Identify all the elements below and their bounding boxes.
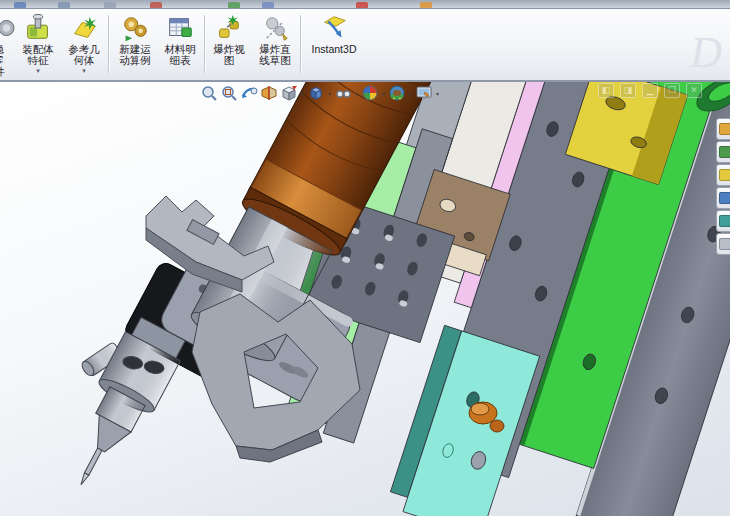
button-label: 爆炸直 线草图 xyxy=(259,44,291,66)
search-tab[interactable] xyxy=(716,187,730,209)
dropdown-arrow-icon[interactable]: ▾ xyxy=(382,90,385,97)
hide-show-items-icon[interactable] xyxy=(334,84,352,102)
view-orientation-icon[interactable] xyxy=(280,84,298,102)
clipped-main-toolbar xyxy=(0,0,730,9)
ribbon-divider xyxy=(300,15,302,73)
exploded-view-icon xyxy=(213,13,245,43)
model-dispenser-barrel[interactable] xyxy=(52,314,189,499)
minimize-button[interactable]: ▁ xyxy=(642,83,658,98)
folder-icon xyxy=(719,169,730,181)
books-icon xyxy=(719,146,730,158)
reference-geometry-button[interactable]: 参考几 何体 ▾ xyxy=(62,11,106,77)
clipped-toolbar-icon xyxy=(356,2,368,9)
bill-of-materials-icon xyxy=(164,13,196,43)
clipped-toolbar-icon xyxy=(104,2,116,9)
brand-watermark: D xyxy=(690,27,722,78)
dropdown-arrow-icon[interactable]: ▾ xyxy=(355,90,358,97)
globe-icon xyxy=(719,215,730,227)
clipped-toolbar-icon xyxy=(420,2,432,9)
dropdown-arrow-icon[interactable]: ▾ xyxy=(82,67,86,74)
heads-up-view-toolbar: ▾ ▾ ▾ ▾ xyxy=(200,84,440,102)
view-settings-icon[interactable] xyxy=(415,84,433,102)
ribbon-divider xyxy=(108,15,110,73)
previous-view-icon[interactable] xyxy=(240,84,258,102)
button-label: 材料明 细表 xyxy=(164,44,196,66)
document-icon xyxy=(719,238,730,250)
view-palette-tab[interactable] xyxy=(716,210,730,232)
solidworks-window: 隐 零 件 装配体 特征 ▾ 参考几 何体 ▾ xyxy=(0,0,730,516)
assembly-model[interactable] xyxy=(0,82,730,516)
instant3d-button[interactable]: Instant3D xyxy=(304,11,364,77)
new-motion-study-button[interactable]: 新建运 动算例 xyxy=(112,11,158,77)
edit-appearance-icon[interactable] xyxy=(361,84,379,102)
bill-of-materials-button[interactable]: 材料明 细表 xyxy=(158,11,202,77)
solidworks-resources-tab[interactable] xyxy=(716,118,730,140)
exploded-view-button[interactable]: 爆炸视 图 xyxy=(208,11,250,77)
clipped-toolbar-icon xyxy=(14,2,26,9)
dropdown-arrow-icon[interactable]: ▾ xyxy=(328,90,331,97)
zoom-to-area-icon[interactable] xyxy=(220,84,238,102)
task-pane-tabs xyxy=(716,118,730,255)
close-button[interactable]: ✕ xyxy=(686,83,702,98)
reference-geometry-icon xyxy=(68,13,100,43)
button-label: 隐 零 件 xyxy=(0,44,4,77)
hidden-components-button[interactable]: 隐 零 件 xyxy=(0,11,12,77)
button-label: 爆炸视 图 xyxy=(213,44,245,66)
button-label: Instant3D xyxy=(312,44,357,55)
ribbon-divider xyxy=(204,15,206,73)
pane-right-icon[interactable]: ◨ xyxy=(620,83,636,98)
explode-line-sketch-button[interactable]: 爆炸直 线草图 xyxy=(252,11,298,77)
button-label: 参考几 何体 xyxy=(68,44,100,66)
explode-line-sketch-icon xyxy=(259,13,291,43)
new-motion-study-icon xyxy=(119,13,151,43)
file-explorer-tab[interactable] xyxy=(716,164,730,186)
appearances-tab[interactable] xyxy=(716,233,730,255)
assembly-features-icon xyxy=(22,13,54,43)
design-library-tab[interactable] xyxy=(716,141,730,163)
command-manager-ribbon: 隐 零 件 装配体 特征 ▾ 参考几 何体 ▾ xyxy=(0,9,730,82)
hidden-components-icon xyxy=(0,13,15,43)
button-label: 装配体 特征 xyxy=(22,44,54,66)
model-cyan-plate[interactable] xyxy=(386,325,540,516)
clipped-toolbar-icon xyxy=(228,2,240,9)
assembly-features-button[interactable]: 装配体 特征 ▾ xyxy=(16,11,60,77)
apply-scene-icon[interactable] xyxy=(388,84,406,102)
graphics-viewport[interactable]: ▾ ▾ ▾ ▾ xyxy=(0,82,730,516)
clipped-toolbar-icon xyxy=(58,2,70,9)
pane-left-icon[interactable]: ◧ xyxy=(598,83,614,98)
dropdown-arrow-icon[interactable]: ▾ xyxy=(409,90,412,97)
home-icon xyxy=(719,123,730,135)
section-view-icon[interactable] xyxy=(260,84,278,102)
clipped-toolbar-icon xyxy=(262,2,274,9)
dropdown-arrow-icon[interactable]: ▾ xyxy=(301,90,304,97)
restore-button[interactable]: ❐ xyxy=(664,83,680,98)
dropdown-arrow-icon[interactable]: ▾ xyxy=(436,90,439,97)
instant3d-icon xyxy=(318,13,350,43)
display-style-icon[interactable] xyxy=(307,84,325,102)
dropdown-arrow-icon[interactable]: ▾ xyxy=(36,67,40,74)
button-label: 新建运 动算例 xyxy=(119,44,151,66)
clipped-toolbar-icon xyxy=(150,2,162,9)
document-window-controls: ◧ ◨ ▁ ❐ ✕ xyxy=(598,83,702,98)
search-icon xyxy=(719,192,730,204)
zoom-to-fit-icon[interactable] xyxy=(200,84,218,102)
